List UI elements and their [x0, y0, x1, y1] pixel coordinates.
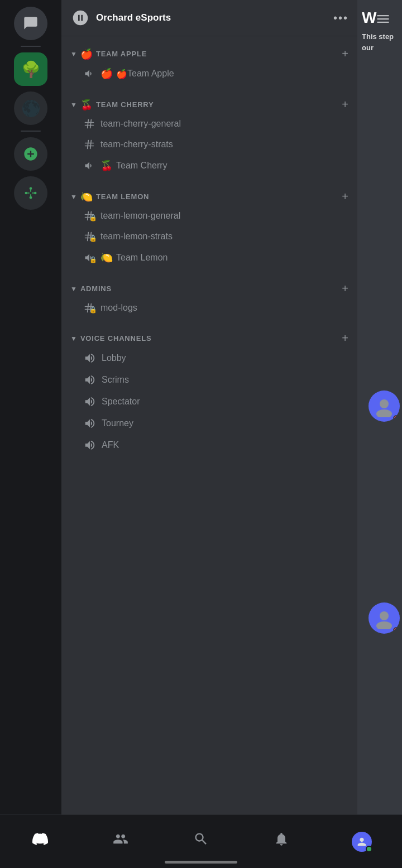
channel-name-team-cherry-voice: Team Cherry: [116, 161, 168, 171]
hash-icon-team-cherry-general: [84, 118, 95, 129]
sidebar-icon-chat[interactable]: [14, 7, 47, 40]
category-admins: ▼ ADMINS + 🔒 mod-logs: [61, 271, 357, 321]
svg-point-10: [380, 611, 389, 620]
server-header-icon: [70, 8, 90, 28]
svg-point-9: [376, 409, 392, 417]
left-sidebar: 🌳 🌑: [0, 0, 61, 814]
nav-item-profile[interactable]: [322, 832, 402, 852]
category-team-apple: ▼ 🍎 TEAM APPLE + 🍎 🍎 Team Apple: [61, 36, 357, 87]
channel-name-team-lemon-voice: Team Lemon: [116, 253, 168, 263]
category-header-team-lemon[interactable]: ▼ 🍋 TEAM LEMON +: [66, 188, 353, 205]
category-header-team-cherry[interactable]: ▼ 🍒 TEAM CHERRY +: [66, 96, 353, 113]
category-left-team-lemon: ▼ 🍋 TEAM LEMON: [70, 191, 149, 203]
category-arrow-team-lemon: ▼: [70, 193, 77, 201]
channel-name-afk: AFK: [102, 440, 119, 450]
category-team-cherry: ▼ 🍒 TEAM CHERRY + team-cherry-general te…: [61, 87, 357, 179]
channel-name-team-cherry-general: team-cherry-general: [100, 119, 181, 129]
speaker-icon-team-apple: [84, 68, 95, 79]
nav-item-home[interactable]: [0, 831, 80, 852]
nav-item-search[interactable]: [161, 831, 241, 852]
channel-item-mod-logs[interactable]: 🔒 mod-logs: [70, 298, 348, 318]
category-left-team-apple: ▼ 🍎 TEAM APPLE: [70, 48, 147, 60]
svg-point-3: [34, 192, 37, 195]
channel-item-team-lemon-strats[interactable]: 🔒 team-lemon-strats: [70, 226, 348, 247]
channel-item-team-cherry-strats[interactable]: team-cherry-strats: [70, 134, 348, 155]
channel-name-mod-logs: mod-logs: [100, 303, 137, 313]
category-voice-channels: ▼ VOICE CHANNELS + Lobby Scrims: [61, 321, 357, 459]
channel-name-team-lemon-strats: team-lemon-strats: [100, 232, 173, 242]
channel-name-scrims: Scrims: [102, 375, 129, 385]
channel-item-spectator[interactable]: Spectator: [70, 391, 348, 412]
category-arrow-admins: ▼: [70, 285, 77, 293]
channel-item-team-lemon-general[interactable]: 🔒 team-lemon-general: [70, 206, 348, 226]
channel-item-team-cherry-general[interactable]: team-cherry-general: [70, 114, 348, 134]
category-emoji-team-cherry: 🍒: [80, 99, 93, 111]
svg-point-11: [376, 621, 392, 629]
channel-item-scrims[interactable]: Scrims: [70, 369, 348, 390]
category-header-team-apple[interactable]: ▼ 🍎 TEAM APPLE +: [66, 45, 353, 62]
svg-point-1: [25, 192, 28, 195]
friends-icon: [113, 831, 128, 851]
nav-item-notifications[interactable]: [241, 831, 322, 852]
channel-name-lobby: Lobby: [102, 353, 126, 363]
category-header-admins[interactable]: ▼ ADMINS +: [66, 280, 353, 297]
sidebar-icon-add-server[interactable]: [14, 137, 47, 171]
category-header-voice-channels[interactable]: ▼ VOICE CHANNELS +: [66, 330, 353, 347]
sidebar-divider: [21, 46, 41, 47]
discord-icon: [32, 831, 48, 851]
channel-item-team-cherry-voice[interactable]: 🍒 Team Cherry: [70, 155, 348, 176]
category-left-team-cherry: ▼ 🍒 TEAM CHERRY: [70, 99, 154, 111]
channel-item-team-apple-voice[interactable]: 🍎 🍎 Team Apple: [70, 63, 348, 84]
server-header[interactable]: Orchard eSports •••: [61, 0, 357, 36]
channel-name-tourney: Tourney: [102, 418, 133, 428]
category-name-team-cherry: TEAM CHERRY: [96, 100, 154, 109]
bottom-nav: [0, 814, 402, 868]
channel-name-team-apple-text: Team Apple: [127, 69, 174, 79]
category-arrow-team-cherry: ▼: [70, 101, 77, 109]
sidebar-icon-discover[interactable]: [14, 176, 47, 210]
speaker-icon-lobby: [84, 352, 96, 364]
right-panel-content: W This step our: [357, 0, 402, 62]
speaker-icon-team-cherry: [84, 160, 95, 171]
category-emoji-team-apple: 🍎: [80, 48, 93, 60]
search-icon: [193, 831, 209, 851]
hash-locked-icon-mod-logs: 🔒: [84, 302, 95, 314]
nav-item-friends[interactable]: [80, 831, 161, 852]
channel-item-lobby[interactable]: Lobby: [70, 348, 348, 369]
server-name: Orchard eSports: [96, 12, 333, 23]
channel-name-spectator: Spectator: [102, 397, 140, 407]
right-panel-preview-text: This step our: [362, 31, 398, 53]
category-left-voice-channels: ▼ VOICE CHANNELS: [70, 334, 151, 343]
speaker-icon-spectator: [84, 396, 96, 408]
category-add-voice-channels[interactable]: +: [342, 332, 348, 345]
nav-profile-avatar: [352, 832, 372, 852]
category-name-voice-channels: VOICE CHANNELS: [80, 334, 152, 343]
bell-icon: [274, 831, 289, 851]
channel-name-team-apple: 🍎: [116, 69, 127, 79]
category-add-admins[interactable]: +: [342, 282, 348, 295]
channel-item-team-lemon-voice[interactable]: 🔒 🍋 Team Lemon: [70, 247, 348, 268]
category-add-team-cherry[interactable]: +: [342, 98, 348, 111]
speaker-locked-icon-team-lemon: 🔒: [84, 252, 95, 263]
speaker-icon-scrims: [84, 374, 96, 386]
hamburger-button[interactable]: [375, 11, 391, 30]
channel-list: Orchard eSports ••• ▼ 🍎 TEAM APPLE + 🍎 🍎…: [61, 0, 357, 814]
sidebar-icon-orchard[interactable]: 🌳: [14, 52, 47, 86]
hash-locked-icon-team-lemon-general: 🔒: [84, 210, 95, 221]
svg-point-2: [30, 196, 32, 199]
category-arrow-team-apple: ▼: [70, 50, 77, 58]
channel-item-tourney[interactable]: Tourney: [70, 413, 348, 434]
speaker-icon-tourney: [84, 417, 96, 430]
right-panel: W This step our: [357, 0, 402, 814]
server-menu-dots[interactable]: •••: [333, 12, 348, 25]
category-team-lemon: ▼ 🍋 TEAM LEMON + 🔒 team-lemon-general 🔒: [61, 179, 357, 271]
category-add-team-lemon[interactable]: +: [342, 190, 348, 203]
category-emoji-team-lemon: 🍋: [80, 191, 93, 203]
sidebar-icon-dark-server[interactable]: 🌑: [14, 91, 47, 125]
speaker-icon-afk: [84, 439, 96, 451]
channel-item-afk[interactable]: AFK: [70, 435, 348, 456]
category-arrow-voice-channels: ▼: [70, 335, 77, 343]
category-add-team-apple[interactable]: +: [342, 47, 348, 60]
sidebar-divider-2: [21, 131, 41, 132]
category-left-admins: ▼ ADMINS: [70, 284, 112, 293]
